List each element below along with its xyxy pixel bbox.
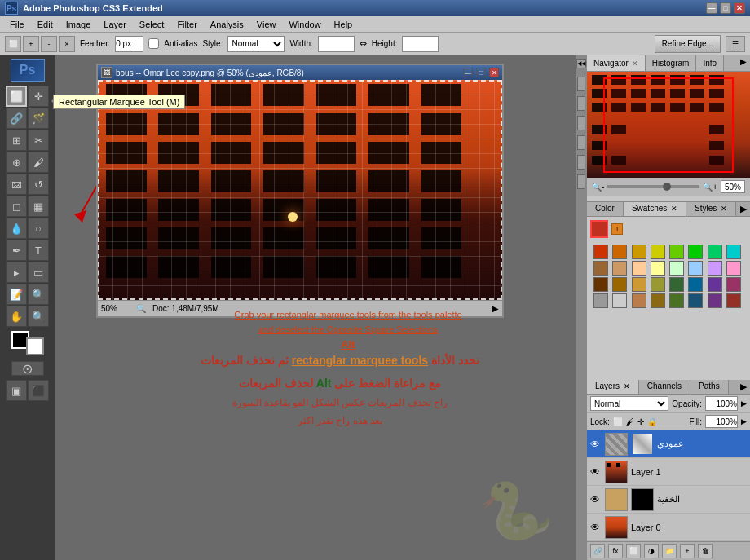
subtract-selection-btn[interactable]: - xyxy=(41,36,57,52)
layer-row-layer0[interactable]: 👁 Layer 0 xyxy=(587,514,750,541)
swatch-13[interactable] xyxy=(688,261,703,276)
style-select[interactable]: Normal Fixed Ratio Fixed Size xyxy=(227,36,285,52)
feather-input[interactable] xyxy=(115,36,143,52)
panel-tool-1[interactable] xyxy=(577,96,585,111)
layers-close[interactable]: ✕ xyxy=(624,382,630,390)
swatch-31[interactable] xyxy=(726,293,741,308)
blur-tool[interactable]: 💧 xyxy=(6,218,27,239)
anti-alias-checkbox[interactable] xyxy=(148,38,159,49)
new-layer-btn[interactable]: + xyxy=(680,544,695,558)
layer-style-btn[interactable]: fx xyxy=(608,544,623,558)
eraser-tool[interactable]: ◻ xyxy=(6,196,27,217)
menu-analysis[interactable]: Analysis xyxy=(204,18,250,31)
swatch-4[interactable] xyxy=(669,245,684,259)
navigator-close[interactable]: ✕ xyxy=(632,60,638,68)
swap-icon[interactable]: ⇔ xyxy=(360,38,367,49)
intersect-selection-btn[interactable]: × xyxy=(59,36,75,52)
options-menu-btn[interactable]: ☰ xyxy=(726,36,745,52)
layer-eye-umudi[interactable]: 👁 xyxy=(590,439,602,450)
lock-position-btn[interactable]: ✛ xyxy=(638,417,644,426)
layer-eye-layer0[interactable]: 👁 xyxy=(590,522,602,533)
zoom-tool[interactable]: 🔍 xyxy=(28,306,49,327)
tab-color[interactable]: Color xyxy=(587,202,624,216)
quick-select-tool[interactable]: 🪄 xyxy=(28,108,49,129)
menu-layer[interactable]: Layer xyxy=(97,18,133,31)
tab-navigator[interactable]: Navigator ✕ xyxy=(587,55,646,71)
navigator-viewport-rect[interactable] xyxy=(603,77,734,173)
swatch-22[interactable] xyxy=(708,277,722,292)
zoom-slider-thumb[interactable] xyxy=(663,183,671,191)
layer-row-umudi[interactable]: 👁 عمودي xyxy=(587,430,750,458)
tab-info[interactable]: Info xyxy=(696,55,724,71)
eyedropper-tool[interactable]: 🔍 xyxy=(28,284,49,305)
layers-panel-options[interactable]: ▶ xyxy=(737,380,750,394)
pen-tool[interactable]: ✒ xyxy=(6,240,27,261)
refine-edge-button[interactable]: Refine Edge... xyxy=(655,35,721,53)
swatch-16[interactable] xyxy=(593,277,608,292)
swatch-9[interactable] xyxy=(612,261,627,276)
menu-help[interactable]: Help xyxy=(328,18,360,31)
color-swatches[interactable] xyxy=(11,331,44,355)
collapse-panels-btn[interactable]: ◀◀ xyxy=(576,59,586,68)
crop-tool[interactable]: ⊞ xyxy=(6,130,27,151)
swatch-18[interactable] xyxy=(632,277,646,292)
layer-eye-layer1[interactable]: 👁 xyxy=(590,466,602,478)
add-selection-btn[interactable]: + xyxy=(23,36,39,52)
swatch-11[interactable] xyxy=(651,261,665,276)
color-gamut-warning[interactable]: ! xyxy=(611,223,623,235)
tab-histogram[interactable]: Histogram xyxy=(646,55,697,71)
maximize-button[interactable]: □ xyxy=(720,2,731,14)
panel-tool-2[interactable] xyxy=(577,116,585,130)
current-color-fg[interactable] xyxy=(590,220,608,238)
swatch-26[interactable] xyxy=(632,293,646,308)
layer-mask-btn[interactable]: ⬜ xyxy=(626,544,641,558)
menu-view[interactable]: View xyxy=(250,18,283,31)
screen-mode-full[interactable]: ⬛ xyxy=(28,380,49,401)
styles-close[interactable]: ✕ xyxy=(721,205,727,213)
brush-tool[interactable]: 🖌 xyxy=(28,152,49,173)
swatch-14[interactable] xyxy=(708,261,722,276)
navigator-preview[interactable] xyxy=(587,72,750,178)
hand-tool[interactable]: ✋ xyxy=(6,306,27,327)
tab-channels[interactable]: Channels xyxy=(639,380,690,394)
swatch-0[interactable] xyxy=(593,245,608,259)
background-color[interactable] xyxy=(26,337,44,355)
menu-edit[interactable]: Edit xyxy=(31,18,60,31)
fill-input[interactable] xyxy=(705,415,738,428)
layer-link-btn[interactable]: 🔗 xyxy=(590,544,605,558)
history-brush-tool[interactable]: ↺ xyxy=(28,174,49,195)
doc-minimize-btn[interactable]: — xyxy=(463,68,473,77)
new-selection-btn[interactable]: ⬜ xyxy=(5,36,21,52)
type-tool[interactable]: T xyxy=(28,240,49,261)
swatch-27[interactable] xyxy=(651,293,665,308)
panel-tool-5[interactable] xyxy=(577,174,585,189)
layer-row-khafiya[interactable]: 👁 الخفية xyxy=(587,486,750,514)
layer-eye-khafiya[interactable]: 👁 xyxy=(590,494,602,505)
lock-all-btn[interactable]: 🔒 xyxy=(647,417,657,426)
swatch-1[interactable] xyxy=(612,245,627,259)
color-panel-options[interactable]: ▶ xyxy=(737,202,750,216)
panel-resize-handle[interactable] xyxy=(577,77,585,91)
close-button[interactable]: ✕ xyxy=(734,2,745,14)
swatch-12[interactable] xyxy=(669,261,684,276)
panel-tool-4[interactable] xyxy=(577,155,585,170)
lasso-tool[interactable]: 🔗 xyxy=(6,108,27,129)
layer-row-layer1[interactable]: 👁 Layer 1 xyxy=(587,458,750,486)
menu-filter[interactable]: Filter xyxy=(170,18,203,31)
move-tool[interactable]: ✛ xyxy=(28,86,49,107)
swatch-24[interactable] xyxy=(593,293,608,308)
swatch-23[interactable] xyxy=(726,277,741,292)
swatch-10[interactable] xyxy=(632,261,646,276)
quick-mask-toggle[interactable]: ⊙ xyxy=(11,361,44,376)
menu-image[interactable]: Image xyxy=(60,18,98,31)
swatch-3[interactable] xyxy=(651,245,665,259)
tab-swatches[interactable]: Swatches ✕ xyxy=(624,202,686,216)
minimize-button[interactable]: — xyxy=(706,2,717,14)
swatch-8[interactable] xyxy=(593,261,608,276)
dodge-tool[interactable]: ○ xyxy=(28,218,49,239)
tab-styles[interactable]: Styles ✕ xyxy=(686,202,736,216)
shape-tool[interactable]: ▭ xyxy=(28,262,49,283)
swatch-6[interactable] xyxy=(708,245,722,259)
notes-tool[interactable]: 📝 xyxy=(6,284,27,305)
blend-mode-select[interactable]: Normal Multiply Screen xyxy=(590,396,668,411)
